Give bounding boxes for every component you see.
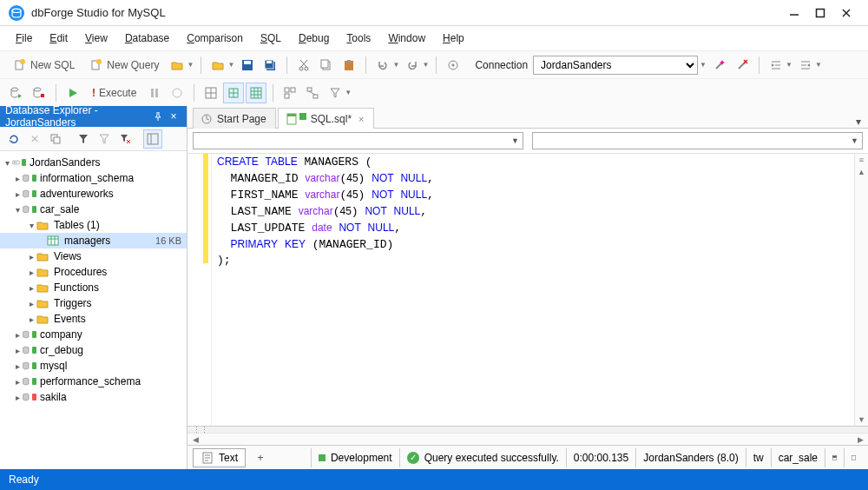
tree-connection[interactable]: ▾JordanSanders (0, 155, 187, 170)
refresh-button[interactable] (4, 129, 23, 149)
scroll-right-icon[interactable]: ▶ (854, 434, 866, 445)
new-query-button[interactable]: New Query (82, 55, 165, 76)
outdent-button[interactable] (795, 55, 816, 76)
menu-view[interactable]: View (76, 29, 116, 48)
tree-db-company[interactable]: ▸company (0, 327, 187, 342)
caret-icon[interactable]: ▸ (26, 252, 36, 262)
scroll-down-icon[interactable]: ▼ (856, 414, 868, 426)
filter-x-button[interactable] (115, 129, 135, 149)
folder-button[interactable] (207, 55, 228, 76)
layout-toggle-2[interactable] (844, 448, 863, 467)
minimize-button[interactable] (781, 3, 807, 23)
caret-icon[interactable]: ▾ (2, 158, 12, 168)
scroll-up-icon[interactable]: ▲ (856, 166, 868, 178)
run-debug-button[interactable] (6, 83, 27, 103)
stop-debug-button[interactable] (29, 83, 49, 103)
vertical-scrollbar[interactable]: ≡ ▲ ▼ (854, 154, 868, 426)
tree-db-performance_schema[interactable]: ▸performance_schema (0, 374, 187, 389)
new-sql-button[interactable]: New SQL (6, 55, 81, 76)
tab-close-button[interactable]: × (358, 114, 364, 124)
tree-db-sakila[interactable]: ▸sakila (0, 389, 187, 405)
caret-icon[interactable]: ▸ (12, 346, 23, 355)
caret-icon[interactable]: ▸ (12, 174, 23, 183)
menu-window[interactable]: Window (379, 29, 434, 48)
caret-icon[interactable]: ▾ (26, 221, 36, 230)
tree-folder-events[interactable]: ▸Events (0, 311, 187, 327)
tree-db-mysql[interactable]: ▸mysql (0, 358, 187, 374)
delete-button[interactable]: ✕ (25, 129, 44, 149)
redo-button[interactable] (402, 55, 423, 76)
caret-icon[interactable]: ▸ (12, 361, 23, 371)
text-tab[interactable]: Text (193, 448, 246, 467)
menu-sql[interactable]: SQL (252, 29, 290, 48)
record-button[interactable] (167, 83, 187, 103)
windows-button[interactable] (46, 129, 65, 149)
caret-icon[interactable]: ▸ (26, 299, 36, 308)
tree-table-managers[interactable]: managers16 KB (0, 233, 187, 248)
wand-off-button[interactable] (732, 55, 753, 76)
grid-button[interactable] (201, 83, 221, 103)
panel-close-button[interactable]: × (166, 110, 181, 122)
boxes-button[interactable] (279, 83, 300, 103)
caret-icon[interactable]: ▸ (12, 189, 23, 199)
close-button[interactable] (833, 3, 859, 23)
paste-button[interactable] (339, 55, 359, 76)
menu-comparison[interactable]: Comparison (178, 29, 252, 48)
grid-lg-button[interactable] (246, 83, 266, 103)
menu-help[interactable]: Help (434, 29, 473, 48)
tree-folder-functions[interactable]: ▸Functions (0, 280, 187, 295)
filter-light-button[interactable] (95, 129, 114, 149)
tree-db-information_schema[interactable]: ▸information_schema (0, 170, 187, 186)
caret-icon[interactable]: ▸ (12, 377, 23, 387)
caret-icon[interactable]: ▸ (12, 393, 23, 402)
menu-tools[interactable]: Tools (338, 29, 379, 48)
layout-button[interactable] (143, 129, 162, 149)
splitter[interactable]: ⋮⋮ (187, 426, 868, 433)
pick-button[interactable] (443, 55, 464, 76)
database-tree[interactable]: ▾JordanSanders▸information_schema▸advent… (0, 151, 187, 469)
caret-icon[interactable]: ▸ (26, 268, 36, 277)
grid-sm-button[interactable] (223, 83, 244, 103)
save-button[interactable] (237, 55, 258, 76)
caret-icon[interactable]: ▸ (26, 283, 36, 293)
play-button[interactable] (62, 83, 83, 103)
code-text[interactable]: CREATE TABLE MANAGERS ( MANAGER_ID varch… (212, 154, 854, 426)
horizontal-scrollbar[interactable]: ◀ ▶ (187, 433, 868, 445)
tree-folder-views[interactable]: ▸Views (0, 248, 187, 264)
open-button[interactable] (167, 55, 187, 76)
tree-db-car_sale[interactable]: ▾car_sale (0, 202, 187, 217)
execute-button[interactable]: ! Execute (85, 83, 142, 103)
connection-select[interactable]: JordanSanders (533, 56, 698, 75)
tree-db-cr_debug[interactable]: ▸cr_debug (0, 342, 187, 358)
menu-debug[interactable]: Debug (290, 29, 338, 48)
maximize-button[interactable] (807, 3, 833, 23)
menu-database[interactable]: Database (116, 29, 178, 48)
add-result-tab[interactable]: + (251, 448, 270, 467)
indent-button[interactable] (766, 55, 786, 76)
cut-button[interactable] (293, 55, 314, 76)
tab-start-page[interactable]: Start Page (193, 108, 276, 129)
diagram-button[interactable] (302, 83, 323, 103)
scroll-left-icon[interactable]: ◀ (189, 434, 201, 445)
wand-button[interactable] (709, 55, 730, 76)
tab-menu-button[interactable]: ▾ (856, 116, 861, 128)
tree-db-adventureworks[interactable]: ▸adventureworks (0, 186, 187, 202)
save-all-button[interactable] (260, 55, 280, 76)
caret-icon[interactable]: ▾ (12, 205, 23, 215)
pin-button[interactable] (150, 112, 166, 121)
tree-folder-triggers[interactable]: ▸Triggers (0, 295, 187, 311)
filter-button[interactable] (325, 83, 345, 103)
scroll-split-icon[interactable]: ≡ (856, 154, 868, 166)
tree-folder-procedures[interactable]: ▸Procedures (0, 264, 187, 280)
filter-dark-button[interactable] (74, 129, 93, 149)
tab-sql-sql-[interactable]: SQL.sql*× (278, 108, 374, 129)
menu-file[interactable]: File (7, 29, 41, 48)
caret-icon[interactable]: ▸ (12, 330, 23, 340)
copy-button[interactable] (316, 55, 337, 76)
caret-icon[interactable]: ▸ (26, 315, 36, 324)
code-editor[interactable]: CREATE TABLE MANAGERS ( MANAGER_ID varch… (187, 154, 868, 426)
undo-button[interactable] (372, 55, 393, 76)
type-combo[interactable]: ▼ (532, 132, 863, 149)
menu-edit[interactable]: Edit (41, 29, 76, 48)
member-combo[interactable]: ▼ (193, 132, 523, 149)
